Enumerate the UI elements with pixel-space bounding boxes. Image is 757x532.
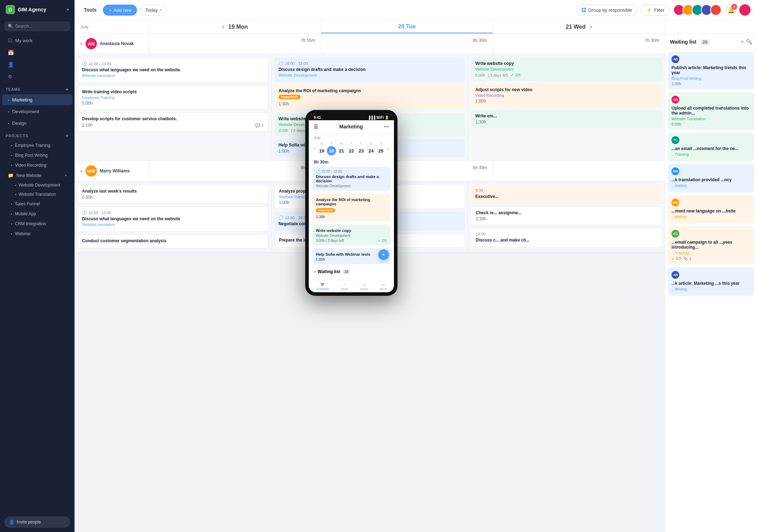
sidebar-item-new-website[interactable]: 📁 New Website ▾	[2, 171, 72, 180]
task-card[interactable]: 13:00 Discuss c... and make ch...	[471, 228, 662, 248]
waiting-card[interactable]: TC ...an email ...ncement for the ne... …	[668, 133, 754, 161]
task-card[interactable]: 🕐10.00 - 10.45 Discuss what languages we…	[77, 57, 268, 83]
mobile-waiting-header[interactable]: ▾ Waiting list 28	[312, 267, 390, 276]
mobile-day-23[interactable]: F 23	[357, 142, 366, 155]
person-hours-row: 7h 55m 8h 30m 7h 30m	[149, 34, 665, 54]
mobile-day-20-today[interactable]: T 20	[327, 142, 336, 155]
task-card[interactable]: 🕐10.00 - 13:00 Discuss design drafts and…	[274, 57, 465, 82]
mobile-more-icon[interactable]: •••	[384, 124, 389, 129]
waiting-card[interactable]: MW ...ment new language on ...bsite ...l…	[668, 195, 754, 223]
task-card[interactable]: Conduct customer segmentation analysis	[77, 234, 268, 248]
mobile-day-25[interactable]: S 25	[376, 142, 385, 155]
collapse-icon[interactable]: ▾	[80, 168, 83, 174]
sidebar-item-design[interactable]: ▪ Design	[2, 118, 72, 129]
notifications-button[interactable]: 🔔 2	[725, 4, 737, 16]
task-title: Adjust scripts for new video	[475, 87, 658, 92]
team-icon: ▪	[8, 98, 9, 102]
mobile-fab-button[interactable]: +	[378, 249, 389, 260]
waiting-card[interactable]: AB Publish article: Marketing trends thi…	[668, 52, 754, 89]
sidebar-item-marketing[interactable]: ▪ Marketing	[2, 94, 72, 105]
sidebar-item-blog-post-writing[interactable]: ▪ Blog Post Writing	[2, 151, 72, 160]
sidebar-item-label: Website Translation	[18, 192, 56, 197]
task-card[interactable]: Analyze last week's results 0:30h	[77, 185, 268, 204]
waiting-title-group: Waiting list 28	[670, 39, 710, 45]
task-card[interactable]: Write website copy Website Development 5…	[471, 57, 662, 81]
task-card[interactable]: Write em... 1:30h	[471, 110, 662, 128]
search-bar[interactable]: 🔍 Search...	[4, 21, 70, 31]
sidebar-item-employee-training[interactable]: ▪ Employee Training	[2, 141, 72, 150]
mobile-time: 9:41	[314, 116, 321, 120]
waiting-list-count: 28	[700, 39, 710, 45]
mobile-task-2[interactable]: Analyze the ROI of marketing campaigns i…	[312, 194, 390, 222]
collapse-icon[interactable]: ▾	[80, 41, 83, 46]
sidebar-item-website-translation[interactable]: ▪ Website Translation	[2, 190, 72, 199]
mobile-tab-schedule[interactable]: 📅 Schedule	[316, 283, 329, 291]
mobile-day-24[interactable]: S 24	[367, 142, 376, 155]
sidebar-item-video-recording[interactable]: ▪ Video Recording	[2, 161, 72, 170]
mobile-task-project: Website Development	[316, 184, 387, 188]
mobile-day-21[interactable]: W 21	[337, 142, 346, 155]
avatar-5[interactable]	[710, 4, 722, 16]
sidebar-item-crm-integration[interactable]: ▪ CRM Integration	[2, 219, 72, 228]
today-button[interactable]: Today ▾	[140, 5, 167, 16]
next-arrow[interactable]: ›	[590, 23, 592, 31]
task-card[interactable]: Write training video scripts Employee Tr…	[77, 85, 268, 110]
filter-button[interactable]: ⚡ Filter	[641, 5, 670, 16]
mobile-task-1[interactable]: 🕐10:00 - 13:00 Discuss design drafts and…	[312, 167, 390, 191]
sidebar-logo[interactable]: G GIM Agency ▾	[0, 0, 75, 19]
mobile-month: July	[309, 133, 394, 140]
task-card[interactable]: Check re... assignme... 2:30h	[471, 206, 662, 225]
mobile-day-19[interactable]: M 19	[317, 142, 327, 155]
mobile-menu-icon[interactable]: ☰	[314, 124, 318, 129]
chevron-down-icon: ▾	[160, 8, 161, 12]
waiting-card[interactable]: AN Upload all completed translations int…	[668, 92, 754, 130]
sidebar-item-sales-funnel[interactable]: ▪ Sales Funnel	[2, 199, 72, 209]
task-card[interactable]: Adjust scripts for new video Video Recor…	[471, 84, 662, 107]
mobile-task-meta: 3:00h | 3 days left ✓ 2/6	[316, 239, 387, 243]
mobile-title: Marketing	[339, 124, 363, 129]
tasks-icon: ✓	[343, 283, 346, 287]
waiting-card[interactable]: SG ...email campaign to all ...yees intr…	[668, 226, 754, 265]
mobile-tab-more[interactable]: ••• More	[380, 283, 387, 291]
sidebar-item-mobile-app[interactable]: ▪ Mobile App	[2, 209, 72, 218]
day-num: 19	[317, 146, 327, 155]
mobile-prev-arrow[interactable]: ‹	[314, 146, 316, 151]
sidebar-item-mywork[interactable]: ☑ My work	[2, 35, 72, 46]
waiting-card[interactable]: AB ...k article: Marketing ...s this yea…	[668, 267, 754, 296]
prev-nav[interactable]: ‹ 19 Mon	[149, 20, 321, 33]
invite-people-button[interactable]: 👤 Invite people	[4, 516, 70, 528]
prev-arrow[interactable]: ‹	[222, 23, 224, 31]
mobile-task-3[interactable]: Write website copy Website Development 3…	[312, 225, 390, 245]
mobile-day-22[interactable]: T 22	[347, 142, 356, 155]
day-num: 22	[347, 146, 356, 155]
waiting-card[interactable]: BM ...k translation provided ...ncy ...l…	[668, 164, 754, 192]
mobile-tab-notes[interactable]: 📄 Notes	[360, 283, 368, 291]
sidebar-item-person[interactable]: 👤	[2, 59, 72, 70]
svg-rect-2	[582, 10, 583, 12]
mobile-task-meta: 1:30h	[316, 214, 387, 219]
add-waiting-icon[interactable]: +	[741, 39, 744, 45]
sidebar-item-calendar[interactable]: 📅	[2, 47, 72, 58]
sidebar-item-settings[interactable]: ⚙	[2, 71, 72, 82]
task-card[interactable]: Analyze the ROI of marketing campaigns i…	[274, 85, 465, 110]
sidebar-item-website-development[interactable]: ▪ Website Development	[2, 181, 72, 189]
group-by-button[interactable]: Group by responsible	[576, 5, 638, 16]
mobile-tab-tasks[interactable]: ✓ Tasks	[340, 283, 349, 291]
task-card[interactable]: 9:30 - Executive...	[471, 185, 662, 204]
mobile-next-arrow[interactable]: ›	[387, 146, 389, 151]
tools-tab[interactable]: Tools	[80, 5, 100, 15]
mobile-duration: 3:00h | 3 days left	[316, 239, 344, 243]
task-card[interactable]: 🕐10.00 - 10.45 Discuss what languages we…	[77, 206, 268, 232]
task-card[interactable]: Develop scripts for customer service cha…	[77, 112, 268, 132]
search-waiting-icon[interactable]: 🔍	[746, 39, 752, 45]
sidebar-item-label: Employee Training	[15, 143, 50, 148]
add-team-icon[interactable]: +	[65, 86, 69, 93]
user-avatar[interactable]	[739, 4, 751, 16]
sidebar-item-webinar[interactable]: ▪ Webinar	[2, 229, 72, 238]
add-project-icon[interactable]: +	[65, 133, 69, 139]
card-title: Publish article: Marketing trends this y…	[671, 65, 751, 75]
add-new-button[interactable]: + Add new	[103, 5, 137, 16]
checks-icon: ✓ 0/3	[671, 256, 681, 261]
sidebar-item-label: Design	[12, 121, 26, 126]
sidebar-item-development[interactable]: ▪ Development	[2, 106, 72, 117]
